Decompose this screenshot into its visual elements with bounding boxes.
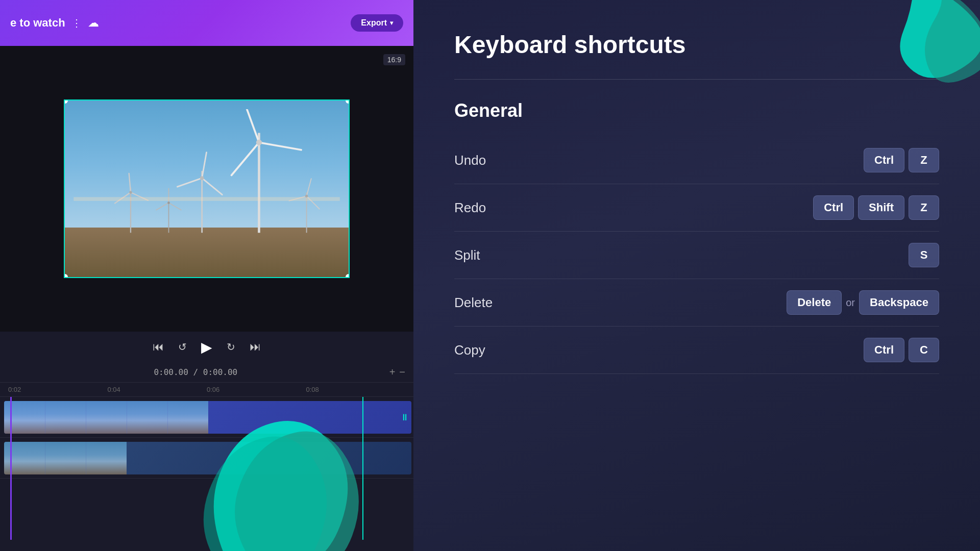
- export-button[interactable]: Export ▾: [351, 14, 403, 32]
- shortcut-delete: Delete Delete or Backspace: [454, 279, 939, 327]
- resize-handle-bottomright[interactable]: [346, 274, 350, 278]
- key-ctrl-copy: Ctrl: [864, 338, 904, 362]
- clip-thumbnail-3: [86, 401, 127, 434]
- project-title: e to watch: [10, 16, 65, 30]
- clip-thumb-b2: [45, 442, 86, 474]
- svg-line-1: [244, 109, 259, 142]
- general-section-title: General: [454, 100, 939, 121]
- key-ctrl-redo: Ctrl: [813, 195, 854, 220]
- ruler-mark-2: 0:04: [108, 386, 207, 393]
- clip-thumb-b3: [86, 442, 127, 474]
- key-shift: Shift: [858, 195, 904, 220]
- key-backspace: Backspace: [859, 290, 939, 315]
- total-time: 0:00.00: [203, 367, 237, 377]
- key-delete: Delete: [787, 290, 842, 315]
- svg-line-7: [200, 178, 224, 195]
- svg-line-2: [259, 130, 301, 163]
- clip-thumbnail-4: [127, 401, 167, 434]
- wind-turbines-graphic: [65, 109, 349, 233]
- export-label: Export: [361, 18, 387, 28]
- video-preview-area: 16:9: [0, 46, 413, 332]
- svg-line-23: [156, 203, 168, 210]
- shortcut-undo-keys: Ctrl Z: [864, 148, 939, 172]
- track-row-2: [0, 438, 413, 479]
- key-or-separator: or: [846, 297, 855, 309]
- timeline-area: ⚙ 0:00.00 / 0:00.00 + − 0:02 0:04 0:06 0…: [0, 362, 413, 551]
- export-chevron-icon: ▾: [390, 19, 393, 27]
- ground-background: [65, 228, 349, 277]
- clip-thumbnail-2: [45, 401, 86, 434]
- timeline-playhead: [362, 397, 363, 540]
- clip-thumbnail-5: [167, 401, 208, 434]
- svg-line-11: [129, 173, 131, 192]
- playback-controls: ⏮ ↺ ▶ ↻ ⏭: [0, 332, 413, 362]
- key-z: Z: [909, 148, 939, 172]
- shortcut-delete-keys: Delete or Backspace: [787, 290, 939, 315]
- shortcut-split: Split S: [454, 232, 939, 279]
- key-c: C: [909, 338, 939, 362]
- shortcut-delete-label: Delete: [454, 295, 787, 311]
- svg-line-22: [168, 203, 181, 210]
- shortcut-copy-label: Copy: [454, 342, 864, 358]
- timeline-tracks: ⏸: [0, 397, 413, 540]
- key-ctrl: Ctrl: [864, 148, 904, 172]
- zoom-controls: + −: [389, 366, 405, 378]
- time-separator: /: [193, 367, 203, 377]
- shortcut-redo: Redo Ctrl Shift Z: [454, 184, 939, 232]
- ruler-mark-1: 0:02: [8, 386, 108, 393]
- replay-button[interactable]: ↺: [178, 341, 187, 353]
- cloud-sync-icon[interactable]: ☁: [88, 16, 99, 30]
- ruler-mark-3: 0:06: [207, 386, 306, 393]
- svg-line-8: [177, 174, 202, 191]
- video-frame[interactable]: ⤢: [64, 99, 350, 278]
- svg-rect-25: [74, 197, 340, 201]
- shortcut-redo-keys: Ctrl Shift Z: [813, 195, 939, 220]
- timeline-progress-bar: [10, 397, 12, 540]
- skip-forward-button[interactable]: ⏭: [250, 340, 261, 354]
- current-time: 0:00.00: [154, 367, 188, 377]
- svg-point-24: [167, 202, 170, 204]
- svg-line-16: [307, 179, 311, 196]
- zoom-in-button[interactable]: +: [389, 366, 396, 378]
- skip-back-button[interactable]: ⏮: [153, 340, 164, 354]
- key-z-redo: Z: [909, 195, 939, 220]
- forward-button[interactable]: ↻: [227, 341, 235, 353]
- shortcut-undo-label: Undo: [454, 153, 864, 168]
- more-options-button[interactable]: ⋮: [71, 17, 82, 29]
- time-display: 0:00.00 / 0:00.00: [8, 367, 383, 377]
- shortcut-copy: Copy Ctrl C: [454, 327, 939, 374]
- track-clip-2[interactable]: [4, 442, 411, 474]
- shortcut-split-keys: S: [909, 243, 939, 267]
- editor-panel: e to watch ⋮ ☁ Export ▾ 16:9: [0, 0, 413, 551]
- track-row-1: ⏸: [0, 397, 413, 438]
- shortcut-undo: Undo Ctrl Z: [454, 137, 939, 184]
- zoom-out-button[interactable]: −: [399, 366, 405, 378]
- timeline-ruler: 0:02 0:04 0:06 0:08: [0, 383, 413, 397]
- shortcuts-title: Keyboard shortcuts: [454, 31, 939, 59]
- key-s: S: [909, 243, 939, 267]
- shortcuts-panel: Keyboard shortcuts General Undo Ctrl Z R…: [413, 0, 980, 551]
- shortcut-split-label: Split: [454, 247, 909, 263]
- timeline-header: ⚙ 0:00.00 / 0:00.00 + −: [0, 362, 413, 383]
- section-divider: [454, 79, 939, 80]
- top-bar: e to watch ⋮ ☁ Export ▾: [0, 0, 413, 46]
- play-button[interactable]: ▶: [201, 339, 212, 356]
- svg-line-6: [202, 153, 207, 178]
- shortcut-redo-label: Redo: [454, 200, 813, 216]
- track-clip-1[interactable]: ⏸: [4, 401, 411, 434]
- clip-pause-indicator: ⏸: [400, 412, 409, 422]
- aspect-ratio-badge[interactable]: 16:9: [383, 54, 405, 65]
- shortcut-copy-keys: Ctrl C: [864, 338, 939, 362]
- ruler-mark-4: 0:08: [306, 386, 406, 393]
